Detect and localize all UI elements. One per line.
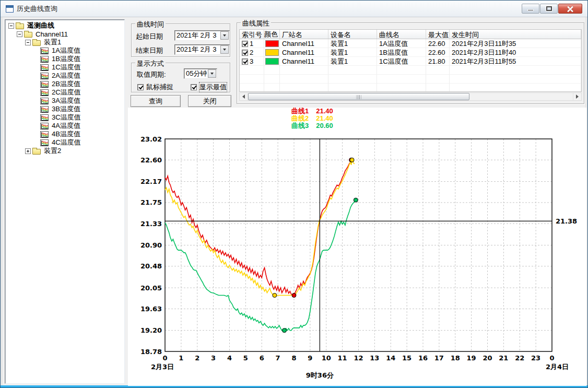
svg-text:21.33: 21.33: [140, 220, 162, 228]
scroll-right-button[interactable]: [573, 93, 581, 100]
chart-svg[interactable]: 23.0222.6022.1721.7521.3320.9020.4820.05…: [128, 108, 586, 386]
curve-color-swatch: [265, 58, 279, 65]
start-date-picker[interactable]: 2021年 2月 3: [174, 30, 230, 41]
legend-series-label: 曲线2: [291, 115, 309, 122]
curve-chart-icon: [40, 48, 49, 54]
tree-item[interactable]: 3C温度值: [5, 113, 124, 122]
scroll-left-icon: [242, 95, 245, 99]
tree-item[interactable]: 4A温度值: [5, 122, 124, 130]
scrollbar-thumb[interactable]: [248, 93, 469, 100]
close-button[interactable]: [558, 4, 582, 14]
curve-chart-icon: [40, 64, 49, 71]
period-dropdown-button[interactable]: [208, 69, 216, 78]
tree-item[interactable]: 1A温度值: [5, 46, 124, 55]
y-axis-labels: 23.0222.6022.1721.7521.3320.9020.4820.05…: [140, 135, 162, 356]
start-date-label: 起始日期: [136, 32, 163, 41]
svg-text:20: 20: [483, 354, 492, 362]
row-checkbox[interactable]: [242, 41, 248, 47]
folder-icon: [16, 23, 24, 29]
start-date-dropdown-button[interactable]: [220, 31, 229, 40]
legend-series-value: 20.60: [316, 122, 333, 130]
tree-item-label: 装置2: [43, 146, 62, 156]
curve-chart-icon: [40, 114, 49, 121]
curve-properties-table: 索引号 颜色 厂站名 设备名 曲线名 最大值 发生时间 1 C: [239, 29, 582, 92]
column-header-station[interactable]: 厂站名: [280, 30, 328, 39]
svg-text:7: 7: [276, 354, 280, 362]
svg-text:12: 12: [354, 354, 363, 362]
end-date-dropdown-button[interactable]: [220, 45, 229, 54]
start-date-value: 2021年 2月 3: [175, 31, 220, 40]
row-station: Channel11: [280, 39, 328, 48]
tree-expander-icon[interactable]: [25, 148, 31, 154]
svg-text:22.60: 22.60: [140, 156, 162, 164]
column-header-color[interactable]: 颜色: [264, 30, 280, 39]
close-dialog-button[interactable]: 关闭: [188, 95, 231, 107]
row-max-value: 21.80: [426, 57, 450, 66]
tree-item[interactable]: 3B温度值: [5, 105, 124, 113]
tree-expander-icon[interactable]: [8, 23, 14, 29]
maximize-icon: [546, 6, 552, 11]
curve-chart-icon: [40, 89, 49, 96]
table-header: 索引号 颜色 厂站名 设备名 曲线名 最大值 发生时间: [240, 30, 581, 39]
app-icon: [6, 5, 14, 13]
tree-expander-icon[interactable]: [25, 40, 31, 45]
table-horizontal-scrollbar[interactable]: [239, 92, 582, 101]
svg-text:23: 23: [531, 354, 540, 362]
window-title: 历史曲线查询: [17, 4, 57, 14]
tree-item[interactable]: 1C温度值: [5, 63, 124, 72]
row-index: 2: [250, 49, 253, 56]
mouse-capture-checkbox[interactable]: [137, 84, 144, 90]
minimize-button[interactable]: [522, 4, 539, 14]
column-header-max[interactable]: 最大值: [426, 30, 450, 39]
extreme-marker-series-3: [354, 198, 358, 202]
row-checkbox[interactable]: [242, 50, 248, 56]
show-extremes-checkbox[interactable]: [191, 84, 197, 90]
legend-row: 曲线2 21.40: [291, 115, 333, 122]
svg-text:15: 15: [402, 354, 411, 362]
scroll-left-button[interactable]: [240, 93, 248, 100]
curve-chart-icon: [40, 81, 49, 88]
column-header-device[interactable]: 设备名: [328, 30, 377, 39]
svg-text:0: 0: [549, 354, 554, 362]
tree-expander-icon[interactable]: [17, 31, 22, 37]
titlebar[interactable]: 历史曲线查询: [1, 1, 587, 17]
table-row-empty[interactable]: [240, 84, 581, 92]
column-header-curve[interactable]: 曲线名: [377, 30, 426, 39]
table-row-empty[interactable]: [240, 75, 581, 84]
period-select[interactable]: 05分钟: [184, 68, 217, 79]
tree-item[interactable]: 装置1: [5, 38, 124, 46]
tree-item[interactable]: 2A温度值: [5, 72, 124, 80]
table-row-empty[interactable]: [240, 66, 581, 75]
svg-text:3: 3: [211, 354, 216, 362]
svg-text:20.90: 20.90: [140, 241, 162, 249]
maximize-button[interactable]: [540, 4, 558, 14]
tree-item[interactable]: 遥测曲线: [5, 21, 124, 30]
table-row[interactable]: 3 Channel11 装置1 1C温度值 21.80 2021年2月3日11时…: [240, 57, 581, 66]
close-icon: [567, 5, 574, 13]
end-date-label: 结束日期: [136, 46, 163, 55]
table-row[interactable]: 2 Channel11 装置1 1B温度值 22.60 2021年2月3日11时…: [240, 48, 581, 57]
tree-item[interactable]: 4B温度值: [5, 130, 124, 138]
table-row[interactable]: 1 Channel11 装置1 1A温度值 22.60 2021年2月3日11时…: [240, 39, 581, 48]
column-header-time[interactable]: 发生时间: [450, 30, 581, 39]
svg-text:8: 8: [291, 354, 296, 362]
curve-properties-group-label: 曲线属性: [241, 19, 271, 28]
row-max-value: 22.60: [426, 39, 450, 48]
minimize-icon: [527, 9, 534, 11]
row-checkbox[interactable]: [242, 58, 248, 65]
tree-item[interactable]: 1B温度值: [5, 55, 124, 63]
column-header-index[interactable]: 索引号: [240, 30, 264, 39]
curve-chart-icon: [40, 56, 49, 63]
svg-text:23.02: 23.02: [140, 135, 162, 143]
display-mode-group: 显示方式 取值周期: 05分钟 鼠标捕捉 显示最值: [131, 63, 230, 92]
query-button[interactable]: 查询: [131, 95, 181, 107]
tree-item[interactable]: 装置2: [5, 147, 124, 155]
tree-item[interactable]: 4C温度值: [5, 138, 124, 147]
tree-item[interactable]: 2C温度值: [5, 88, 124, 97]
tree-item[interactable]: Channel11: [5, 30, 124, 38]
tree-item[interactable]: 2B温度值: [5, 80, 124, 88]
curve-time-group-label: 曲线时间: [135, 20, 166, 29]
svg-text:19: 19: [467, 354, 476, 362]
end-date-picker[interactable]: 2021年 2月 3: [174, 44, 230, 55]
tree-item[interactable]: 3A温度值: [5, 97, 124, 105]
